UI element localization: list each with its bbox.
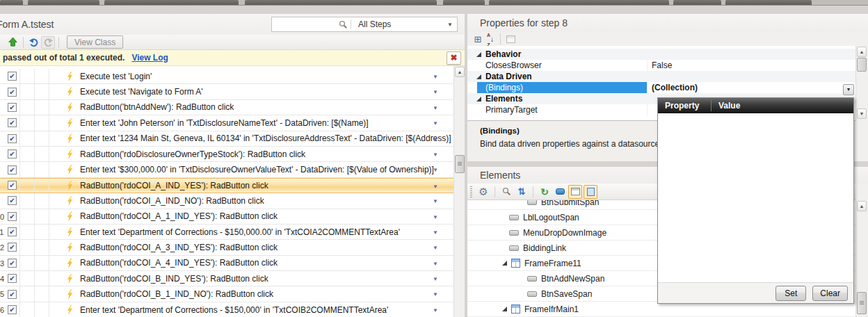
test-step-row[interactable]: 10✔RadButton('rdoCOI_A_1_IND_YES'): RadB… xyxy=(0,209,453,225)
step-dropdown-icon[interactable]: ▼ xyxy=(433,198,438,204)
step-cell[interactable]: Execute test 'Login'▼ xyxy=(49,69,453,83)
sort-arrows-button[interactable]: ⇅ xyxy=(515,185,529,199)
step-cell[interactable]: Enter text 'John Peterson' in 'TxtDisclo… xyxy=(49,115,453,130)
toolbar-grip[interactable] xyxy=(470,186,472,197)
property-pages-button[interactable] xyxy=(504,33,517,44)
step-cell[interactable]: RadButton('rdoCOI_A_1_IND_YES'): RadButt… xyxy=(49,209,453,224)
step-checkbox[interactable]: ✔ xyxy=(8,290,17,299)
pages-button[interactable] xyxy=(584,185,597,199)
bindings-dropdown-button[interactable]: ▼ xyxy=(843,84,854,95)
search-input[interactable] xyxy=(272,18,339,31)
property-value[interactable]: (Collection) xyxy=(647,82,855,93)
step-checkbox[interactable]: ✔ xyxy=(8,274,17,283)
step-dropdown-icon[interactable]: ▼ xyxy=(433,89,438,95)
step-dropdown-icon[interactable]: ▼ xyxy=(433,276,438,282)
close-icon[interactable]: ✖ xyxy=(447,51,461,65)
step-dropdown-icon[interactable]: ▼ xyxy=(433,136,438,143)
expanded-triangle-icon[interactable] xyxy=(502,307,507,311)
test-step-row[interactable]: 3✔RadButton('btnAddNew'): RadButton clic… xyxy=(0,100,453,115)
view-log-link[interactable]: View Log xyxy=(131,53,168,63)
scroll-up-icon[interactable]: ▲ xyxy=(857,47,867,57)
expanded-triangle-icon[interactable] xyxy=(502,261,507,266)
step-dropdown-icon[interactable]: ▼ xyxy=(433,105,438,111)
property-category-row[interactable]: Data Driven xyxy=(467,71,855,82)
scrollbar-thumb[interactable] xyxy=(455,155,465,173)
test-step-row[interactable]: 11✔Enter text 'Department of Corrections… xyxy=(0,225,453,240)
redo-button[interactable] xyxy=(41,36,55,49)
step-dropdown-icon[interactable]: ▼ xyxy=(433,229,438,236)
refresh-button[interactable]: ↻ xyxy=(538,185,552,199)
step-checkbox[interactable]: ✔ xyxy=(8,165,17,174)
test-step-row[interactable]: 2✔Execute test 'Navigate to Form A'▼ xyxy=(0,84,453,99)
step-cell[interactable]: Enter text 'Department of Corrections - … xyxy=(49,302,453,317)
search-button[interactable] xyxy=(499,185,513,199)
step-cell[interactable]: RadButton('rdoCOI_B_IND_YES'): RadButton… xyxy=(49,271,453,286)
step-checkbox[interactable]: ✔ xyxy=(8,227,17,236)
move-step-up-button[interactable] xyxy=(6,36,19,49)
steps-filter-dropdown[interactable]: All Steps ▼ xyxy=(354,17,457,31)
property-row[interactable]: (Bindings)(Collection) xyxy=(467,82,855,93)
property-category-row[interactable]: Behavior xyxy=(467,49,855,60)
step-dropdown-icon[interactable]: ▼ xyxy=(433,291,438,298)
test-step-row[interactable]: 12✔RadButton('rdoCOI_A_3_IND_YES'): RadB… xyxy=(0,240,453,255)
property-value[interactable]: False xyxy=(647,60,855,71)
test-step-row[interactable]: 9✔RadButton('rdoCOI_A_IND_NO'): RadButto… xyxy=(0,193,453,209)
step-checkbox[interactable]: ✔ xyxy=(8,196,17,205)
step-dropdown-icon[interactable]: ▼ xyxy=(433,152,438,158)
step-cell[interactable]: Enter text '$300,000.00' in 'TxtDisclosu… xyxy=(49,162,453,177)
step-checkbox[interactable]: ✔ xyxy=(8,103,17,112)
step-checkbox[interactable]: ✔ xyxy=(8,259,17,268)
step-cell[interactable]: RadButton('btnAddNew'): RadButton click▼ xyxy=(49,100,453,115)
test-step-row[interactable]: 8✔RadButton('rdoCOI_A_IND_YES'): RadButt… xyxy=(0,178,453,193)
step-checkbox[interactable]: ✔ xyxy=(8,149,17,158)
test-step-row[interactable]: 1✔Execute test 'Login'▼ xyxy=(0,69,453,84)
clear-button[interactable]: Clear xyxy=(812,286,848,301)
step-dropdown-icon[interactable]: ▼ xyxy=(433,307,438,314)
set-button[interactable]: Set xyxy=(775,286,806,301)
scroll-down-icon[interactable]: ▼ xyxy=(857,108,867,119)
property-row[interactable]: ClosesBrowserFalse xyxy=(467,60,855,71)
view-class-button[interactable]: View Class xyxy=(67,35,123,49)
step-checkbox[interactable]: ✔ xyxy=(8,72,17,81)
step-checkbox[interactable]: ✔ xyxy=(8,243,17,252)
step-cell[interactable]: RadButton('rdoDisclosureOwnerTypeStock')… xyxy=(49,147,453,161)
test-step-row[interactable]: 14✔RadButton('rdoCOI_B_IND_YES'): RadBut… xyxy=(0,271,453,286)
step-dropdown-icon[interactable]: ▼ xyxy=(433,245,438,251)
step-checkbox[interactable]: ✔ xyxy=(8,212,17,221)
step-checkbox[interactable]: ✔ xyxy=(8,88,17,97)
elements-scrollbar[interactable]: ▲ xyxy=(855,200,867,317)
expanded-triangle-icon[interactable] xyxy=(476,52,481,57)
step-checkbox[interactable]: ✔ xyxy=(8,181,17,190)
step-search-box[interactable]: All Steps ▼ xyxy=(271,17,458,32)
step-cell[interactable]: RadButton('rdoCOI_A_IND_NO'): RadButton … xyxy=(49,193,453,208)
highlight-element-button[interactable] xyxy=(553,185,567,199)
scrollbar-thumb[interactable] xyxy=(857,292,867,314)
step-cell[interactable]: Enter text '1234 Main St, Geneva, IL 601… xyxy=(49,131,453,146)
test-step-row[interactable]: 7✔Enter text '$300,000.00' in 'TxtDisclo… xyxy=(0,162,453,177)
test-step-row[interactable]: 15✔RadButton('rdoCOI_B_1_IND_NO'): RadBu… xyxy=(0,286,453,302)
step-dropdown-icon[interactable]: ▼ xyxy=(433,120,438,127)
test-step-row[interactable]: 6✔RadButton('rdoDisclosureOwnerTypeStock… xyxy=(0,147,453,162)
step-checkbox[interactable]: ✔ xyxy=(8,118,17,127)
steps-scrollbar[interactable]: ▲ xyxy=(453,66,465,317)
undo-button[interactable] xyxy=(27,36,41,49)
test-step-row[interactable]: 5✔Enter text '1234 Main St, Geneva, IL 6… xyxy=(0,131,453,147)
expanded-triangle-icon[interactable] xyxy=(476,97,481,101)
step-cell[interactable]: Enter text 'Department of Corrections - … xyxy=(49,225,453,239)
expanded-triangle-icon[interactable] xyxy=(476,74,481,79)
step-dropdown-icon[interactable]: ▼ xyxy=(433,261,438,267)
step-checkbox[interactable]: ✔ xyxy=(8,134,17,143)
step-dropdown-icon[interactable]: ▼ xyxy=(433,184,438,190)
step-dropdown-icon[interactable]: ▼ xyxy=(433,214,438,220)
step-dropdown-icon[interactable]: ▼ xyxy=(433,167,438,173)
step-dropdown-icon[interactable]: ▼ xyxy=(433,74,438,80)
gear-button[interactable]: ⚙ xyxy=(476,185,490,199)
step-cell[interactable]: RadButton('rdoCOI_A_4_IND_YES'): RadButt… xyxy=(49,256,453,270)
step-cell[interactable]: RadButton('rdoCOI_B_1_IND_NO'): RadButto… xyxy=(49,286,453,301)
step-cell[interactable]: RadButton('rdoCOI_A_3_IND_YES'): RadButt… xyxy=(49,240,453,254)
compare-frames-button[interactable] xyxy=(568,185,582,199)
step-cell[interactable]: RadButton('rdoCOI_A_IND_YES'): RadButton… xyxy=(49,179,453,193)
scroll-up-icon[interactable]: ▲ xyxy=(857,201,867,211)
test-step-row[interactable]: 16✔Enter text 'Department of Corrections… xyxy=(0,302,453,317)
scroll-up-icon[interactable]: ▲ xyxy=(455,67,465,77)
